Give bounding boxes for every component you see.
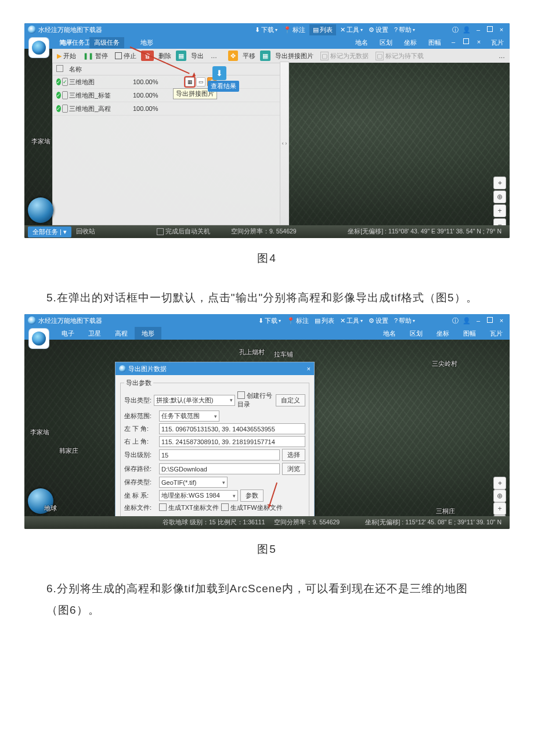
- menu-list[interactable]: ▤列表: [313, 316, 336, 325]
- menu-settings[interactable]: ⚙设置: [367, 316, 390, 325]
- header-user-icon[interactable]: 👤: [462, 317, 471, 325]
- toolbar-start-button[interactable]: ▶开始: [55, 51, 78, 61]
- right-tab-plan[interactable]: 区划: [374, 38, 398, 47]
- screenshot-figure-4: 水经注万能地图下载器 ⬇下载▾ 📍标注 ▤列表 ✕工具▾ ⚙设置 ?帮助▾ ⓘ …: [24, 23, 510, 238]
- tab-advanced-task[interactable]: 高级任务: [89, 37, 124, 48]
- col-header-name[interactable]: 名称: [69, 65, 133, 74]
- window-minimize-button[interactable]: –: [474, 26, 483, 33]
- input-save-path[interactable]: D:\SGDownload: [159, 463, 280, 474]
- tab-terrain[interactable]: 地形: [135, 36, 159, 49]
- select-crs[interactable]: 地理坐标:WGS 1984▾: [159, 490, 238, 501]
- toolbar-export-mosaic-button[interactable]: 导出拼接图片: [273, 51, 316, 61]
- dialog-close-button[interactable]: ×: [307, 365, 311, 372]
- app-menubar: 水经注万能地图下载器 ⬇下载▾ 📍标注 ▤列表 ✕工具▾ ⚙设置 ?帮助▾ ⓘ …: [24, 23, 510, 36]
- dialog-titlebar[interactable]: 导出图片数据 ×: [116, 362, 314, 375]
- button-browse[interactable]: 浏览: [282, 463, 305, 475]
- panel-collapse-handle[interactable]: ‹ ›: [280, 62, 289, 225]
- select-save-type[interactable]: GeoTIF(*.tif)▾: [159, 477, 228, 488]
- right-tab-coord[interactable]: 坐标: [398, 38, 423, 47]
- map-locate-button[interactable]: ⌖: [493, 477, 506, 489]
- select-range[interactable]: 任务下载范围▾: [159, 411, 219, 422]
- right-tab-coord[interactable]: 坐标: [430, 329, 456, 338]
- menu-download[interactable]: ⬇下载▾: [253, 26, 279, 34]
- menu-download[interactable]: ⬇下载▾: [257, 316, 283, 325]
- row-checkbox[interactable]: [62, 105, 68, 113]
- window-maximize-button[interactable]: [485, 317, 495, 324]
- tab-satellite[interactable]: 卫星: [81, 327, 108, 340]
- tab-elevation[interactable]: 高程: [108, 327, 135, 340]
- task-row[interactable]: ✓ 三维地图_高程 100.00%: [53, 102, 280, 116]
- toolbar-pan-button[interactable]: 平移: [240, 51, 258, 61]
- header-user-icon[interactable]: 👤: [462, 26, 471, 34]
- checkbox-gen-tfw[interactable]: 生成TFW坐标文件: [221, 503, 283, 512]
- menu-annotate[interactable]: 📍标注: [285, 316, 311, 325]
- input-lower-left[interactable]: 115. 096705131530, 39. 140436553955: [159, 423, 305, 434]
- right-tab-frame[interactable]: 图幅: [423, 38, 447, 47]
- toolbar-mark-nodata-button[interactable]: ▢标记为无数据: [318, 51, 371, 61]
- map-place-label: 孔上烟村: [239, 348, 265, 357]
- task-row[interactable]: ✓✓ 三维地图 100.00% ▦ ▭ 🗑: [53, 75, 280, 89]
- map-globe-button[interactable]: ⊕: [493, 190, 506, 203]
- right-tab-placename[interactable]: 地名: [376, 329, 403, 338]
- map-type-tabs: 电子 卫星 高程 地形 地名 区划 坐标 图幅 瓦片: [24, 327, 510, 340]
- map-source-button[interactable]: [29, 329, 49, 348]
- tab-electronic[interactable]: 电子: [55, 327, 81, 340]
- checkbox-gen-txt[interactable]: 生成TXT坐标文件: [159, 503, 219, 512]
- right-tab-placename[interactable]: 地名: [349, 38, 374, 47]
- right-tab-tile[interactable]: 瓦片: [483, 329, 510, 338]
- toolbar-export-icon[interactable]: ▦: [176, 51, 186, 61]
- button-crs-params[interactable]: 参数: [240, 489, 264, 502]
- input-upper-right[interactable]: 115. 241587308910, 39. 218199157714: [159, 436, 305, 447]
- recycle-bin-link[interactable]: 回收站: [71, 228, 100, 236]
- toolbar-overflow-button[interactable]: …: [496, 51, 507, 61]
- window-close-button[interactable]: ×: [497, 317, 506, 324]
- menu-tools[interactable]: ✕工具▾: [338, 26, 365, 34]
- earth-preview-icon[interactable]: [28, 197, 53, 223]
- toolbar-more-button[interactable]: …: [208, 51, 220, 61]
- toolbar-pause-button[interactable]: ❚❚暂停: [81, 51, 110, 61]
- right-tab-tile[interactable]: 瓦片: [485, 38, 510, 47]
- window-close-button[interactable]: ×: [497, 26, 506, 33]
- download-result-icon[interactable]: ⬇: [212, 66, 226, 80]
- toolbar-stop-button[interactable]: 停止: [113, 51, 139, 61]
- all-tasks-dropdown[interactable]: 全部任务 | ▾: [28, 226, 71, 237]
- menu-list[interactable]: ▤列表: [309, 24, 336, 35]
- tab-terrain[interactable]: 地形: [135, 327, 161, 340]
- right-tab-plan[interactable]: 区划: [403, 329, 430, 338]
- input-export-level[interactable]: 15: [159, 449, 280, 460]
- select-export-type[interactable]: 拼接:默认(单张大图)▾: [154, 395, 235, 406]
- subpanel-close-button[interactable]: ×: [472, 38, 485, 47]
- auto-shutdown-checkbox[interactable]: 完成后自动关机: [152, 228, 215, 236]
- map-zoom-in-button[interactable]: +: [493, 204, 506, 217]
- window-minimize-button[interactable]: –: [474, 317, 483, 324]
- menu-help[interactable]: ?帮助▾: [392, 316, 417, 325]
- subpanel-maximize-button[interactable]: [460, 38, 472, 47]
- toolbar-export-mosaic-icon[interactable]: ▦: [260, 51, 270, 61]
- checkbox-create-line-dir[interactable]: 创建行号目录: [237, 391, 273, 409]
- window-maximize-button[interactable]: [485, 26, 495, 33]
- button-select-level[interactable]: 选择: [282, 449, 305, 461]
- map-zoom-in-button[interactable]: +: [493, 502, 506, 515]
- subpanel-minimize-button[interactable]: –: [447, 38, 460, 47]
- right-tab-frame[interactable]: 图幅: [456, 329, 483, 338]
- menu-tools[interactable]: ✕工具▾: [338, 316, 365, 325]
- menu-help[interactable]: ?帮助▾: [392, 26, 417, 34]
- task-row[interactable]: ✓ 三维地图_标签 100.00%: [53, 89, 280, 102]
- toolbar-export-button[interactable]: 导出: [189, 51, 206, 61]
- button-custom[interactable]: 自定义: [276, 394, 305, 406]
- header-info-icon[interactable]: ⓘ: [450, 316, 460, 325]
- map-source-button[interactable]: [29, 38, 49, 57]
- toolbar-pan-icon[interactable]: ✥: [228, 51, 238, 61]
- menu-annotate[interactable]: 📍标注: [282, 26, 307, 34]
- toolbar-mark-pending-button[interactable]: ▢标记为待下载: [373, 51, 426, 61]
- row-checkbox[interactable]: [62, 91, 68, 99]
- status-coordinates: 坐标[无偏移] : 115°08' 43. 49" E 39°11' 38. 5…: [343, 228, 506, 236]
- map-locate-button[interactable]: ⌖: [493, 177, 506, 189]
- menu-settings[interactable]: ⚙设置: [367, 26, 390, 34]
- header-info-icon[interactable]: ⓘ: [450, 26, 460, 34]
- row-checkbox[interactable]: ✓: [62, 78, 68, 86]
- map-globe-button[interactable]: ⊕: [493, 489, 506, 502]
- row-export-mosaic-icon[interactable]: ▦: [185, 77, 194, 87]
- tab-simple-task[interactable]: 简单任务: [55, 38, 89, 47]
- help-icon: ?: [394, 26, 398, 33]
